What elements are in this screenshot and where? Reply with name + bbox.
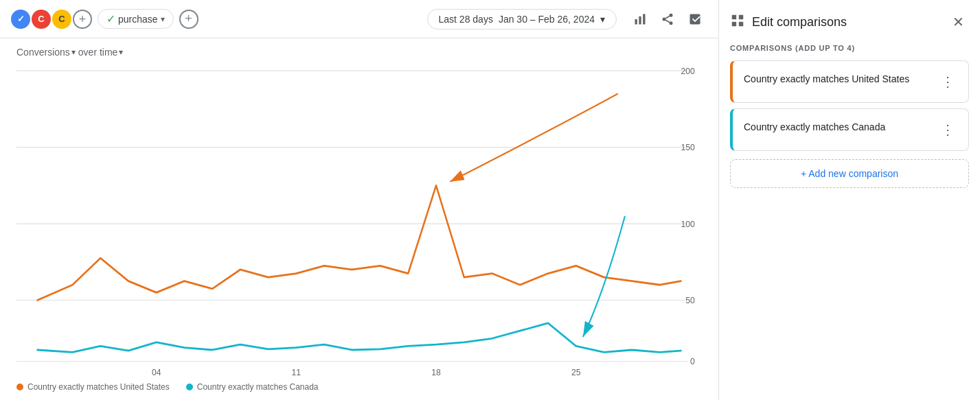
svg-text:0: 0 [690,356,695,367]
add-segment-button[interactable]: + [73,10,92,29]
orange-annotation-arrow [450,94,617,182]
check-icon: ✓ [106,12,115,25]
svg-rect-28 [739,21,743,25]
legend-label-canada: Country exactly matches Canada [197,382,319,392]
comparison-menu-canada-button[interactable]: ⋮ [938,120,957,139]
svg-text:18: 18 [431,366,441,377]
svg-line-7 [665,16,670,18]
event-label: purchase [118,14,158,25]
chevron-down-icon: ▾ [161,14,165,24]
svg-point-5 [670,21,673,25]
comparison-menu-us-button[interactable]: ⋮ [938,72,957,91]
panel-title-group: Edit comparisons [730,13,847,32]
svg-point-4 [663,17,666,21]
over-time-link[interactable]: over time ▾ [78,47,124,58]
avatar-orange: C [32,10,51,29]
avatar-check: ✓ [11,10,30,29]
toolbar: ✓ C C + ✓ purchase ▾ + Last 28 days Jan … [0,0,718,38]
chart-legend: Country exactly matches United States Co… [0,377,718,400]
add-event-button[interactable]: + [179,10,198,29]
svg-text:50: 50 [685,294,695,305]
main-area: ✓ C C + ✓ purchase ▾ + Last 28 days Jan … [0,0,719,400]
us-line [38,185,681,300]
chart-svg: 200 150 100 50 0 04 Feb 11 18 25 [16,63,702,377]
chart-subtitle: over time [78,47,118,58]
date-range: Jan 30 – Feb 26, 2024 [499,14,595,25]
event-selector[interactable]: ✓ purchase ▾ [98,9,174,29]
avatar-group: ✓ C C + [11,10,92,29]
svg-point-3 [670,13,673,16]
svg-rect-26 [739,14,743,19]
legend-dot-us [16,384,23,390]
edit-comparisons-panel: Edit comparisons ✕ COMPARISONS (ADD UP T… [719,0,980,400]
comparison-text-us: Country exactly matches United States [744,72,938,86]
legend-dot-canada [186,384,193,390]
add-comparison-button[interactable]: + Add new comparison [730,159,969,188]
chart-wrapper: 200 150 100 50 0 04 Feb 11 18 25 [0,58,718,377]
panel-subtitle: COMPARISONS (ADD UP TO 4) [730,44,969,52]
share-icon-button[interactable] [655,7,680,32]
svg-rect-0 [635,19,637,25]
svg-line-6 [665,20,670,22]
svg-text:Feb: Feb [149,376,163,377]
calendar-chevron-icon: ▾ [600,14,605,25]
comparisons-panel-icon [730,13,745,32]
svg-rect-25 [732,14,736,19]
canada-line [38,323,681,352]
chart-header: Conversions ▾ over time ▾ [0,38,718,58]
close-icon: ✕ [953,14,964,30]
svg-rect-2 [643,14,645,24]
svg-text:100: 100 [681,218,694,229]
conversions-link[interactable]: Conversions ▾ [16,47,76,58]
svg-text:11: 11 [292,366,301,377]
comparison-card-canada: Country exactly matches Canada ⋮ [730,108,969,151]
comparison-card-us: Country exactly matches United States ⋮ [730,60,969,103]
legend-label-us: Country exactly matches United States [27,382,170,392]
close-panel-button[interactable]: ✕ [947,11,969,33]
svg-text:200: 200 [681,65,694,76]
svg-rect-27 [732,21,736,25]
avatar-teal: C [52,10,71,29]
over-time-dropdown-icon: ▾ [119,47,123,57]
legend-item-canada: Country exactly matches Canada [186,382,319,392]
legend-item-us: Country exactly matches United States [16,382,170,392]
panel-title: Edit comparisons [752,15,847,30]
svg-rect-1 [639,16,641,24]
chart-icon-button[interactable] [628,7,652,32]
svg-text:25: 25 [571,366,581,377]
dropdown-arrow-icon: ▾ [71,47,76,57]
chart-title: Conversions [16,47,70,58]
comparison-text-canada: Country exactly matches Canada [744,120,938,134]
insights-icon-button[interactable] [683,7,707,32]
svg-text:150: 150 [681,142,694,153]
add-comparison-label: + Add new comparison [801,168,898,179]
toolbar-icons [628,7,707,32]
panel-header: Edit comparisons ✕ [730,11,969,33]
date-range-prefix: Last 28 days [439,14,493,25]
date-range-selector[interactable]: Last 28 days Jan 30 – Feb 26, 2024 ▾ [427,9,617,30]
